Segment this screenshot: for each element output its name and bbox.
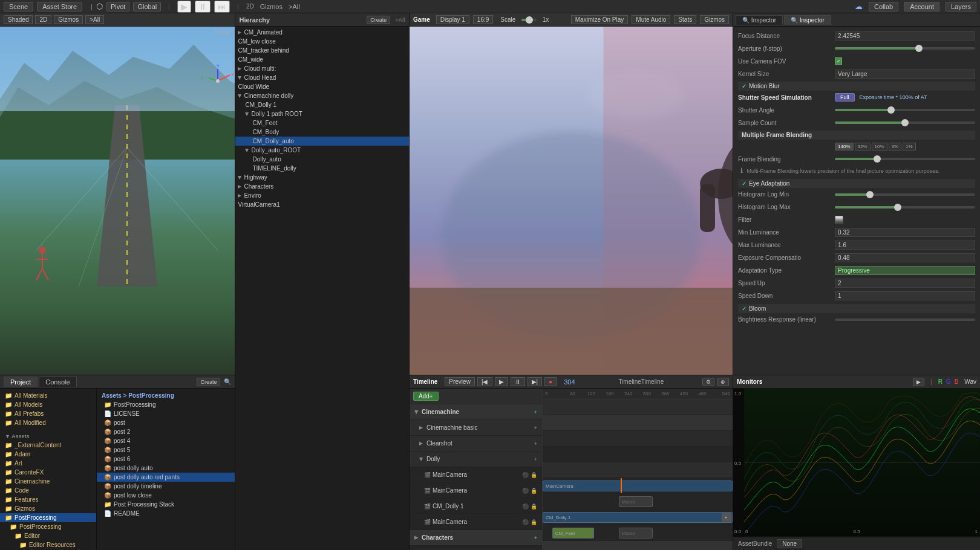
tl-play-btn[interactable]: ▶ — [495, 377, 508, 386]
scene-canvas[interactable]: X Y Z Persp — [0, 27, 235, 375]
histogram-min-slider[interactable] — [835, 193, 975, 196]
exposure-comp-value[interactable]: 0.48 — [835, 253, 975, 262]
speed-up-value[interactable]: 2 — [835, 279, 975, 288]
track-clearshot[interactable]: ▶ Clearshot + — [410, 436, 542, 451]
folder-editor-resources[interactable]: 📁 Editor Resources — [0, 540, 96, 549]
asset-readme[interactable]: 📄 README — [97, 509, 235, 518]
layers-button[interactable]: Layers — [946, 2, 976, 11]
asset-post4[interactable]: 📦 post 4 — [97, 436, 235, 445]
hierarchy-cm-feet[interactable]: CM_Feet — [235, 118, 408, 128]
2d-btn[interactable]: 2D — [35, 15, 51, 24]
hierarchy-cm-low-close[interactable]: CM_low close — [235, 37, 408, 46]
min-luminance-value[interactable]: 0.32 — [835, 228, 975, 237]
tl-settings-btn[interactable]: ⚙ — [702, 378, 714, 386]
scale-slider[interactable] — [521, 19, 536, 21]
folder-cinemachine[interactable]: 📁 Cinemachine — [0, 477, 96, 486]
add-clearshot-btn[interactable]: + — [534, 441, 537, 447]
track-cinemachine-basic[interactable]: ▶ Cinemachine basic + — [410, 420, 542, 436]
folder-art[interactable]: 📁 Art — [0, 459, 96, 468]
folder-all-materials[interactable]: 📁 All Materials — [0, 391, 96, 400]
folder-code[interactable]: 📁 Code — [0, 486, 96, 495]
pct-1-btn[interactable]: 1% — [903, 143, 916, 150]
motion-blur-section[interactable]: ✓ Motion Blur — [738, 82, 975, 91]
clip-row-mc1[interactable]: MainCamera — [543, 478, 733, 494]
pct-32-btn[interactable]: 32% — [855, 143, 871, 150]
track-main-camera-3[interactable]: 🎬 MainCamera ⚫ 🔒 — [410, 514, 542, 530]
folder-external[interactable]: 📁 _ExternalContent — [0, 441, 96, 450]
max-luminance-value[interactable]: 1.6 — [835, 241, 975, 250]
asset-post-dolly-auto[interactable]: 📦 post dolly auto — [97, 464, 235, 473]
sample-count-slider[interactable] — [835, 121, 975, 124]
folder-adam[interactable]: 📁 Adam — [0, 450, 96, 459]
pause-button[interactable]: ⏸ — [195, 1, 211, 13]
mute-audio-btn[interactable]: Mute Audio — [632, 15, 670, 24]
hierarchy-timeline-dolly[interactable]: TIMELINE_dolly — [235, 164, 408, 173]
display-btn[interactable]: Display 1 — [436, 15, 469, 24]
add-cinemachine-btn[interactable]: + — [534, 409, 537, 415]
collab-button[interactable]: Collab — [869, 2, 898, 11]
project-tab[interactable]: Project — [4, 377, 38, 387]
hierarchy-characters[interactable]: ▶ Characters — [235, 182, 408, 191]
folder-carontefx[interactable]: 📁 CaronteFX — [0, 468, 96, 477]
inspector-tab-2[interactable]: 🔍 Inspector — [784, 15, 831, 25]
frame-blending-slider[interactable] — [835, 158, 975, 160]
asset-post2[interactable]: 📦 post 2 — [97, 427, 235, 436]
clip-muted-2[interactable]: Muted — [619, 528, 653, 539]
add-dolly-btn[interactable]: + — [534, 456, 537, 462]
asset-post6[interactable]: 📦 post 6 — [97, 455, 235, 464]
clip-cmd[interactable]: CM_Dolly 1 — [543, 512, 733, 523]
hierarchy-cloud-multi[interactable]: ▶ Cloud multi: — [235, 64, 408, 73]
pct-140-btn[interactable]: 140% — [835, 143, 853, 150]
clip-row-mc3[interactable]: Muted CM_Feet — [543, 525, 733, 541]
maximize-on-play-btn[interactable]: Maximize On Play — [571, 15, 629, 24]
asset-store-btn[interactable]: Asset Store — [37, 2, 82, 11]
hierarchy-highway[interactable]: ▶ Highway — [235, 173, 408, 182]
stats-btn[interactable]: Stats — [674, 15, 696, 24]
add-track-btn[interactable]: Add+ — [413, 392, 439, 401]
cmd-expand-btn[interactable]: ▸ — [722, 513, 731, 522]
folder-all-prefabs[interactable]: 📁 All Prefabs — [0, 409, 96, 418]
clip-row-cmd[interactable]: CM_Dolly 1 ▸ — [543, 510, 733, 525]
add-characters-btn[interactable]: + — [534, 535, 537, 541]
scene-all-btn[interactable]: >All — [85, 15, 104, 24]
clip-muted-1[interactable]: Muted — [619, 496, 653, 507]
asset-post-dolly-timeline[interactable]: 📦 post dolly timeline — [97, 482, 235, 491]
track-main-camera-2[interactable]: 🎬 MainCamera ⚫ 🔒 — [410, 483, 542, 499]
hierarchy-create-btn[interactable]: Create — [367, 16, 390, 24]
hierarchy-virtualcam1[interactable]: VirtualCamera1 — [235, 200, 408, 209]
add-cm-basic-btn[interactable]: + — [534, 425, 537, 431]
ratio-btn[interactable]: 16:9 — [473, 15, 493, 24]
hierarchy-cm-animated[interactable]: ▶ CM_Animated — [235, 28, 408, 37]
asset-pps[interactable]: 📁 Post Processing Stack — [97, 500, 235, 509]
account-button[interactable]: Account — [904, 2, 939, 11]
shutter-angle-slider[interactable] — [835, 109, 975, 111]
eye-adaptation-section[interactable]: ✓ Eye Adaptation — [738, 179, 975, 188]
folder-features[interactable]: 📁 Features — [0, 495, 96, 504]
preview-btn[interactable]: Preview — [445, 377, 475, 386]
create-btn[interactable]: Create — [197, 378, 220, 386]
pivot-btn[interactable]: Pivot — [106, 2, 129, 11]
asset-post5[interactable]: 📦 post 5 — [97, 445, 235, 455]
folder-all-models[interactable]: 📁 All Models — [0, 400, 96, 409]
brightness-slider[interactable] — [835, 319, 975, 321]
global-btn[interactable]: Global — [133, 2, 161, 11]
step-button[interactable]: ⏭ — [214, 1, 230, 13]
folder-editor[interactable]: 📁 Editor — [0, 531, 96, 540]
tl-prev-btn[interactable]: |◀ — [477, 377, 492, 386]
track-cm-dolly-1[interactable]: 🎬 CM_Dolly 1 ⚫ 🔒 — [410, 499, 542, 514]
track-characters[interactable]: ▶ Characters + — [410, 530, 542, 546]
asset-post-low-close[interactable]: 📦 post low close — [97, 491, 235, 500]
play-button[interactable]: ▶ — [177, 1, 191, 13]
hierarchy-cm-dolly-auto[interactable]: CM_Dolly_auto — [235, 137, 408, 146]
use-camera-fov-checkbox[interactable]: ✓ — [835, 57, 842, 65]
tl-pause-btn[interactable]: ⏸ — [511, 377, 525, 386]
monitors-play-btn[interactable]: ▶ — [913, 378, 924, 386]
track-cinemachine[interactable]: ▶ Cinemachine + — [410, 404, 542, 420]
tl-record-btn[interactable]: ● — [544, 377, 557, 386]
asset-post[interactable]: 📦 post — [97, 418, 235, 427]
asset-post-dolly-auto-red-pants[interactable]: 📦 post dolly auto red pants — [97, 473, 235, 482]
hierarchy-cm-dolly-group[interactable]: ▶ Cinemachine dolly — [235, 91, 408, 100]
hierarchy-cloud-head[interactable]: ▶ Cloud Head — [235, 73, 408, 82]
bloom-section[interactable]: ✓ Bloom — [738, 304, 975, 313]
asset-bundle-value[interactable]: None — [777, 539, 802, 548]
